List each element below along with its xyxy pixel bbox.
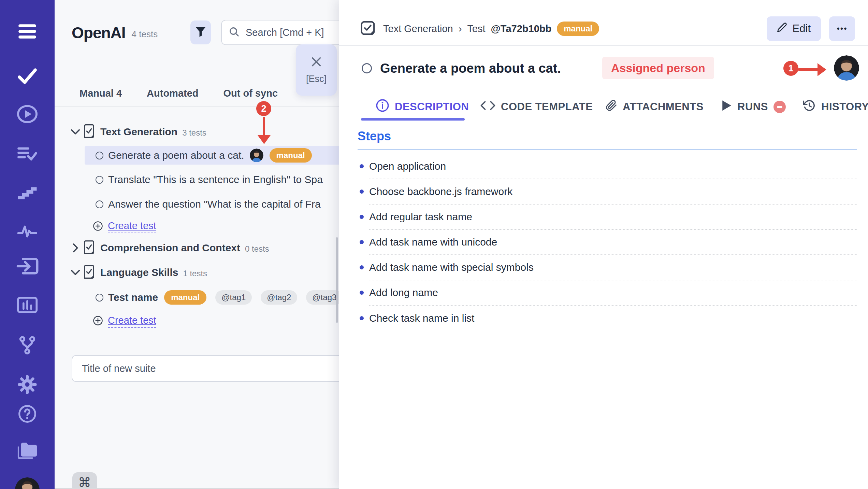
suite-count: 1 tests <box>183 269 207 278</box>
esc-hint-card[interactable]: [Esc] <box>296 44 337 96</box>
tab-label: DESCRIPTION <box>395 101 469 113</box>
suite-row-comprehension[interactable]: Comprehension and Context 0 tests <box>55 239 339 257</box>
suite-row-text-generation[interactable]: Text Generation 3 tests <box>55 123 339 141</box>
test-status-icon[interactable] <box>362 63 372 73</box>
breadcrumb-suite[interactable]: Text Generation <box>383 23 453 34</box>
test-label: Generate a poem about a cat. <box>108 150 244 161</box>
history-clock-icon <box>803 99 816 115</box>
tag-chip[interactable]: @tag3 <box>306 290 339 305</box>
bar-chart-icon[interactable] <box>17 296 38 313</box>
tab-runs[interactable]: RUNS <box>722 96 786 118</box>
tag-chip[interactable]: @tag2 <box>261 290 297 305</box>
test-row-answer-question[interactable]: Answer the question "What is the capital… <box>55 195 339 213</box>
create-test-row-2[interactable]: Create test <box>55 312 339 330</box>
runs-blocked-badge <box>773 101 786 113</box>
manual-badge: manual <box>164 290 206 305</box>
more-options-button[interactable]: ••• <box>829 16 855 41</box>
play-icon <box>722 100 732 114</box>
plus-circle-icon <box>93 316 103 327</box>
suites-panel: OpenAI 4 tests [Esc] Manual 4 Automated … <box>55 0 339 489</box>
suite-doc-icon <box>83 124 95 139</box>
steps-heading-rule <box>358 149 857 150</box>
test-row-generate-poem[interactable]: Generate a poem about a cat. manual <box>85 146 339 165</box>
suite-label: Language Skills <box>100 267 178 278</box>
paperclip-icon <box>606 99 617 115</box>
test-detail-panel: Text Generation › Test @Ta72b10bb manual… <box>339 0 868 489</box>
manual-badge: manual <box>557 22 599 36</box>
breadcrumb-test-id: @Ta72b10bb <box>491 23 552 34</box>
suite-doc-icon <box>83 265 95 280</box>
step-item: Add regular task name <box>369 205 857 230</box>
tab-code-template[interactable]: CODE TEMPLATE <box>480 96 593 118</box>
tab-label: CODE TEMPLATE <box>501 101 593 113</box>
detail-tabs: DESCRIPTION CODE TEMPLATE ATTACHMENTS RU… <box>339 96 868 120</box>
help-icon[interactable] <box>18 404 37 423</box>
create-test-link[interactable]: Create test <box>108 220 156 233</box>
git-branch-icon[interactable] <box>17 335 37 355</box>
test-status-icon <box>96 200 103 208</box>
filter-funnel-icon <box>195 26 206 39</box>
step-item: Add long name <box>369 280 857 306</box>
create-test-link[interactable]: Create test <box>108 315 156 328</box>
test-label: Test name <box>108 292 158 303</box>
panel-scrollbar[interactable] <box>336 237 338 323</box>
tab-manual[interactable]: Manual 4 <box>79 88 122 99</box>
sidebar-user-avatar[interactable] <box>14 477 40 489</box>
tag-chip[interactable]: @tag1 <box>215 290 252 305</box>
gear-icon[interactable] <box>17 374 38 395</box>
tests-check-icon[interactable] <box>17 66 38 86</box>
test-status-icon <box>96 176 103 184</box>
search-box[interactable] <box>221 20 339 45</box>
step-item: Add task name with special symbols <box>369 255 857 280</box>
app-window: OpenAI 4 tests [Esc] Manual 4 Automated … <box>0 0 868 489</box>
close-icon[interactable] <box>310 56 322 69</box>
create-test-row-1[interactable]: Create test <box>55 218 339 236</box>
project-title: OpenAI <box>72 24 126 42</box>
suite-label: Comprehension and Context <box>100 242 240 254</box>
assignee-avatar[interactable] <box>834 55 859 81</box>
edit-button[interactable]: Edit <box>767 16 821 41</box>
list-check-icon[interactable] <box>17 144 38 163</box>
tabs-divider <box>55 106 339 107</box>
pulse-icon[interactable] <box>17 224 37 239</box>
tab-label: ATTACHMENTS <box>623 101 704 113</box>
pencil-icon <box>777 22 787 35</box>
esc-hint-label: [Esc] <box>306 74 327 84</box>
info-icon <box>376 99 389 115</box>
tab-attachments[interactable]: ATTACHMENTS <box>606 96 704 118</box>
test-row-test-name[interactable]: Test name manual @tag1 @tag2 @tag3 <box>55 289 339 306</box>
suite-row-language-skills[interactable]: Language Skills 1 tests <box>55 264 339 281</box>
edit-button-label: Edit <box>793 23 811 35</box>
chevron-down-icon[interactable] <box>70 269 81 276</box>
tab-label: RUNS <box>737 101 768 113</box>
test-title: Generate a poem about a cat. <box>380 61 561 76</box>
annotation-marker-1: 1 <box>783 61 798 76</box>
search-input[interactable] <box>245 27 339 39</box>
project-tests-count: 4 tests <box>132 29 158 40</box>
tab-out-of-sync[interactable]: Out of sync <box>223 88 278 99</box>
main-sidebar <box>0 0 55 489</box>
filter-button[interactable] <box>190 20 211 44</box>
assignee-avatar <box>250 149 263 162</box>
command-key-button[interactable]: ⌘ <box>72 472 97 489</box>
chevron-down-icon[interactable] <box>70 129 81 135</box>
plus-circle-icon <box>93 221 103 233</box>
test-status-icon <box>96 152 103 159</box>
breadcrumb-separator: › <box>459 23 462 34</box>
breadcrumb-doc-check-icon <box>360 20 376 37</box>
tab-description[interactable]: DESCRIPTION <box>376 96 469 118</box>
folder-icon[interactable] <box>16 441 39 461</box>
chevron-right-icon[interactable] <box>70 243 81 252</box>
play-circle-icon[interactable] <box>16 104 38 124</box>
sign-in-icon[interactable] <box>16 257 39 276</box>
search-icon <box>229 26 240 39</box>
stairs-icon[interactable] <box>17 184 38 200</box>
test-label: Answer the question "What is the capital… <box>108 198 321 210</box>
menu-icon[interactable] <box>17 23 38 40</box>
tab-history[interactable]: HISTORY <box>803 96 868 118</box>
steps-heading: Steps <box>358 129 391 143</box>
suite-label: Text Generation <box>100 126 177 138</box>
new-suite-input[interactable] <box>72 355 339 382</box>
test-row-translate[interactable]: Translate "This is a sentence in English… <box>55 171 339 188</box>
tab-automated[interactable]: Automated <box>147 88 198 99</box>
